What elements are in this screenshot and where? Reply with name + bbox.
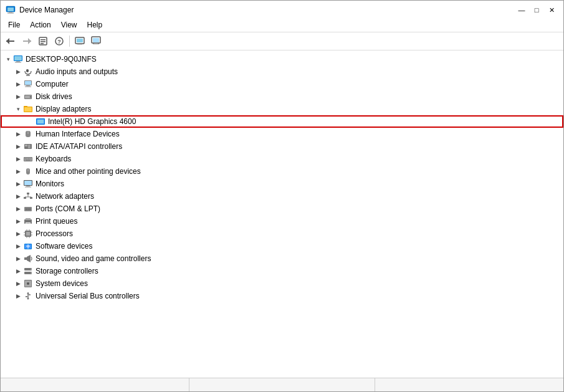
storage-icon [23, 266, 33, 276]
hid-expand-icon[interactable]: ▶ [13, 129, 23, 139]
mice-expand-icon[interactable]: ▶ [13, 166, 23, 176]
monitor-icon [91, 36, 101, 46]
network-expand-icon[interactable]: ▶ [13, 191, 23, 201]
tree-area[interactable]: ▾ DESKTOP-9Q0JNFS ▶ [1, 50, 563, 378]
tree-item-intel[interactable]: Intel(R) HD Graphics 4600 [1, 115, 563, 128]
svg-point-68 [27, 209, 29, 210]
intel-label: Intel(R) HD Graphics 4600 [48, 117, 136, 126]
root-label: DESKTOP-9Q0JNFS [26, 55, 97, 64]
tree-item-system[interactable]: ▶ System devices [1, 277, 563, 290]
window-icon [6, 5, 16, 15]
toolbar-properties-button[interactable] [36, 34, 50, 48]
svg-rect-11 [41, 43, 44, 44]
svg-rect-24 [15, 62, 21, 63]
keyboards-expand-icon[interactable]: ▶ [13, 154, 23, 164]
usb-expand-icon[interactable]: ▶ [13, 291, 23, 301]
print-label: Print queues [36, 217, 77, 226]
svg-rect-30 [26, 85, 30, 87]
keyboards-label: Keyboards [36, 155, 71, 163]
storage-expand-icon[interactable]: ▶ [13, 266, 23, 276]
tree-item-computer[interactable]: ▶ Computer [1, 78, 563, 90]
system-icon [23, 279, 33, 289]
system-expand-icon[interactable]: ▶ [13, 279, 23, 289]
tree-item-hid[interactable]: ▶ Human Interface Devices [1, 128, 563, 140]
sound-label: Sound, video and game controllers [36, 254, 151, 263]
tree-item-print[interactable]: ▶ Print queues [1, 215, 563, 227]
print-expand-icon[interactable]: ▶ [13, 216, 23, 226]
svg-rect-31 [25, 87, 31, 87]
software-label: Software devices [36, 242, 92, 251]
tree-root[interactable]: ▾ DESKTOP-9Q0JNFS [1, 53, 563, 65]
hid-icon [23, 129, 33, 139]
monitors-expand-icon[interactable]: ▶ [13, 179, 23, 189]
tree-item-keyboards[interactable]: ▶ Keyboards [1, 153, 563, 165]
svg-rect-59 [25, 187, 31, 188]
processors-expand-icon[interactable]: ▶ [13, 229, 23, 239]
keyboard-icon [23, 154, 33, 164]
ide-expand-icon[interactable]: ▶ [13, 141, 23, 151]
ports-expand-icon[interactable]: ▶ [13, 204, 23, 214]
svg-rect-53 [26, 160, 31, 161]
minimize-button[interactable]: — [515, 4, 528, 16]
disk-expand-icon[interactable]: ▶ [13, 92, 23, 102]
tree-item-software[interactable]: ▶ Software devices [1, 240, 563, 252]
sound-expand-icon[interactable]: ▶ [13, 254, 23, 264]
status-section-1 [3, 378, 189, 391]
tree-item-processors[interactable]: ▶ Processors [1, 227, 563, 240]
tree-item-ide[interactable]: ▶ IDE ATA/ATAPI controllers [1, 140, 563, 153]
close-button[interactable]: ✕ [545, 4, 558, 16]
computer-label: Computer [36, 80, 69, 88]
tree-item-disk[interactable]: ▶ Disk drives [1, 90, 563, 103]
sound-icon [23, 254, 33, 264]
tree-item-audio[interactable]: ▶ Audio inputs and outputs [1, 65, 563, 78]
network-icon [23, 191, 33, 201]
svg-rect-37 [24, 107, 32, 112]
tree-item-sound[interactable]: ▶ Sound, video and game controllers [1, 252, 563, 265]
status-bar [1, 378, 563, 391]
intel-gpu-icon [36, 117, 45, 127]
ports-icon [23, 204, 33, 214]
menu-help[interactable]: Help [82, 19, 108, 31]
svg-marker-89 [27, 255, 31, 262]
svg-rect-51 [28, 158, 29, 160]
maximize-button[interactable]: □ [530, 4, 543, 16]
tree-item-storage[interactable]: ▶ Storage controllers [1, 265, 563, 277]
toolbar-back-button[interactable] [3, 34, 18, 48]
tree-item-display[interactable]: ▾ Display adapters [1, 103, 563, 115]
tree-item-mice[interactable]: ▶ Mice and other pointing devices [1, 165, 563, 178]
menu-action[interactable]: Action [25, 19, 55, 31]
tree-item-network[interactable]: ▶ Network adapters [1, 190, 563, 203]
svg-rect-9 [41, 39, 45, 41]
ide-icon [23, 141, 33, 151]
tree-item-ports[interactable]: ▶ Ports (COM & LPT) [1, 203, 563, 215]
menu-view[interactable]: View [56, 19, 82, 31]
toolbar-console-button[interactable] [72, 34, 87, 48]
monitors-label: Monitors [36, 179, 64, 188]
network-label: Network adapters [36, 192, 94, 201]
svg-marker-98 [27, 292, 29, 294]
tree-item-monitors[interactable]: ▶ Monitors [1, 178, 563, 190]
computer-icon [23, 79, 33, 89]
computer-expand-icon[interactable]: ▶ [13, 79, 23, 89]
svg-point-96 [27, 282, 29, 285]
root-expand-icon[interactable]: ▾ [3, 54, 13, 64]
svg-rect-7 [23, 41, 31, 42]
audio-expand-icon[interactable]: ▶ [13, 67, 23, 77]
system-label: System devices [36, 279, 88, 288]
toolbar: ? [1, 32, 563, 50]
display-expand-icon[interactable]: ▾ [13, 104, 23, 114]
toolbar-help-button[interactable]: ? [52, 34, 67, 48]
usb-label: Universal Serial Bus controllers [36, 292, 140, 300]
svg-rect-57 [24, 181, 32, 185]
toolbar-forward-button[interactable] [19, 34, 34, 48]
svg-rect-45 [28, 145, 29, 148]
svg-point-69 [29, 209, 31, 210]
tree-item-usb[interactable]: ▶ Universal Serial Bus controllers [1, 290, 563, 302]
menu-file[interactable]: File [3, 19, 25, 31]
software-expand-icon[interactable]: ▶ [13, 241, 23, 251]
monitors-icon [23, 179, 33, 189]
svg-rect-16 [77, 44, 82, 45]
window-title: Device Manager [19, 6, 74, 14]
display-label: Display adapters [36, 105, 91, 113]
toolbar-monitor-button[interactable] [88, 34, 103, 48]
